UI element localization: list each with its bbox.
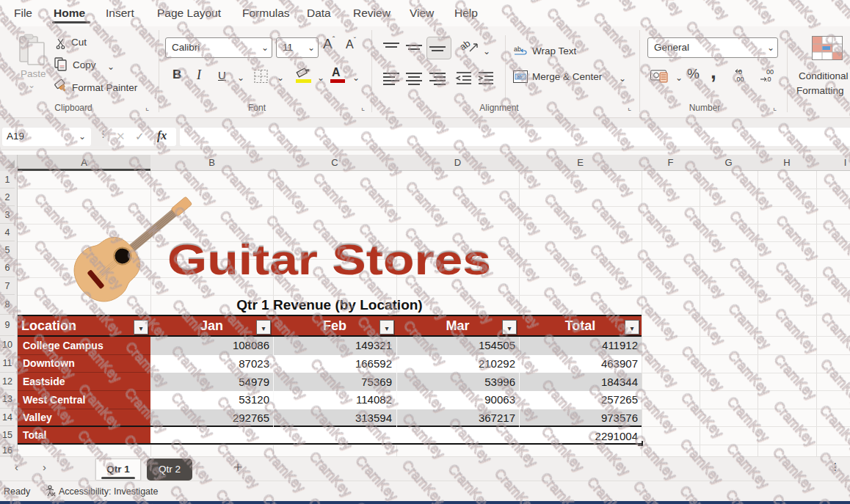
svg-text:.00: .00 (735, 76, 744, 83)
svg-text:00: 00 (766, 68, 774, 76)
svg-text:.0: .0 (766, 76, 771, 83)
svg-text:ab: ab (514, 45, 521, 53)
svg-text:ab: ab (517, 74, 523, 79)
svg-text:0: 0 (738, 68, 742, 76)
